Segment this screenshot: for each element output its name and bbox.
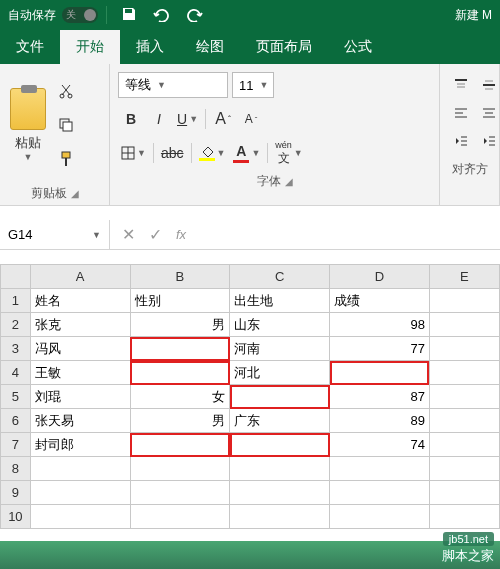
col-header[interactable]: A	[30, 265, 130, 289]
cell[interactable]	[130, 457, 230, 481]
cell[interactable]	[130, 505, 230, 529]
row-header[interactable]: 1	[1, 289, 31, 313]
paste-button[interactable]: 粘贴 ▼	[6, 68, 50, 182]
cell[interactable]: 姓名	[30, 289, 130, 313]
cell[interactable]: 74	[330, 433, 430, 457]
fill-color-button[interactable]: ▼	[196, 140, 229, 166]
copy-icon[interactable]	[56, 115, 76, 135]
cell[interactable]	[330, 481, 430, 505]
cell[interactable]: 77	[330, 337, 430, 361]
cancel-icon[interactable]: ✕	[122, 225, 135, 244]
confirm-icon[interactable]: ✓	[149, 225, 162, 244]
tab-layout[interactable]: 页面布局	[240, 30, 328, 64]
cell[interactable]	[429, 433, 499, 457]
cell[interactable]	[330, 505, 430, 529]
cell[interactable]: 性别	[130, 289, 230, 313]
cell[interactable]: 冯风	[30, 337, 130, 361]
formula-input[interactable]	[198, 220, 500, 249]
cell[interactable]: 98	[330, 313, 430, 337]
cell[interactable]	[30, 457, 130, 481]
cell[interactable]: 山东	[230, 313, 330, 337]
cell[interactable]	[130, 481, 230, 505]
italic-button[interactable]: I	[146, 106, 172, 132]
align-center-button[interactable]	[476, 100, 500, 126]
font-size-select[interactable]: 11▼	[232, 72, 274, 98]
align-top-button[interactable]	[448, 72, 474, 98]
cell[interactable]	[230, 505, 330, 529]
cell[interactable]	[429, 385, 499, 409]
bold-button[interactable]: B	[118, 106, 144, 132]
cell[interactable]: 成绩	[330, 289, 430, 313]
align-middle-button[interactable]	[476, 72, 500, 98]
row-header[interactable]: 6	[1, 409, 31, 433]
toggle-switch[interactable]: 关	[62, 7, 98, 23]
tab-file[interactable]: 文件	[0, 30, 60, 64]
cell[interactable]	[230, 433, 330, 457]
autosave-toggle[interactable]: 自动保存 关	[0, 7, 106, 24]
cell[interactable]: 河南	[230, 337, 330, 361]
row-header[interactable]: 7	[1, 433, 31, 457]
cell[interactable]	[429, 457, 499, 481]
row-header[interactable]: 4	[1, 361, 31, 385]
cell[interactable]: 出生地	[230, 289, 330, 313]
strikethrough-button[interactable]: abc	[158, 140, 187, 166]
undo-icon[interactable]	[153, 6, 171, 25]
col-header[interactable]: C	[230, 265, 330, 289]
format-painter-icon[interactable]	[56, 149, 76, 169]
col-header[interactable]: D	[330, 265, 430, 289]
row-header[interactable]: 2	[1, 313, 31, 337]
cell[interactable]: 女	[130, 385, 230, 409]
cell[interactable]	[429, 409, 499, 433]
cell[interactable]: 封司郎	[30, 433, 130, 457]
cell[interactable]	[330, 361, 430, 385]
border-button[interactable]: ▼	[118, 140, 149, 166]
grow-font-button[interactable]: Aˆ	[210, 106, 236, 132]
row-header[interactable]: 8	[1, 457, 31, 481]
dialog-launcher-icon[interactable]: ◢	[285, 176, 293, 187]
cell[interactable]	[230, 385, 330, 409]
cell[interactable]: 男	[130, 409, 230, 433]
cell[interactable]: 王敏	[30, 361, 130, 385]
row-header[interactable]: 3	[1, 337, 31, 361]
decrease-indent-button[interactable]	[448, 128, 474, 154]
cell[interactable]	[429, 289, 499, 313]
tab-draw[interactable]: 绘图	[180, 30, 240, 64]
cell[interactable]: 张克	[30, 313, 130, 337]
cell[interactable]	[429, 481, 499, 505]
row-header[interactable]: 10	[1, 505, 31, 529]
cut-icon[interactable]	[56, 81, 76, 101]
save-icon[interactable]	[121, 6, 137, 25]
increase-indent-button[interactable]	[476, 128, 500, 154]
cell[interactable]	[230, 457, 330, 481]
align-left-button[interactable]	[448, 100, 474, 126]
cell[interactable]: 89	[330, 409, 430, 433]
cell[interactable]	[429, 337, 499, 361]
redo-icon[interactable]	[187, 6, 203, 25]
cell[interactable]	[130, 337, 230, 361]
cell[interactable]: 男	[130, 313, 230, 337]
spreadsheet-grid[interactable]: A B C D E 1 姓名 性别 出生地 成绩 2 张克 男 山东 98 3 …	[0, 264, 500, 529]
cell[interactable]	[130, 361, 230, 385]
cell[interactable]	[30, 481, 130, 505]
phonetic-button[interactable]: wén文 ▼	[272, 140, 305, 166]
cell[interactable]	[429, 313, 499, 337]
cell[interactable]	[429, 361, 499, 385]
cell[interactable]	[230, 481, 330, 505]
font-color-button[interactable]: A ▼	[230, 140, 263, 166]
row-header[interactable]: 9	[1, 481, 31, 505]
tab-insert[interactable]: 插入	[120, 30, 180, 64]
select-all-corner[interactable]	[1, 265, 31, 289]
dialog-launcher-icon[interactable]: ◢	[71, 188, 79, 199]
cell[interactable]: 广东	[230, 409, 330, 433]
cell[interactable]: 87	[330, 385, 430, 409]
cell[interactable]: 张天易	[30, 409, 130, 433]
fx-icon[interactable]: fx	[176, 227, 186, 242]
row-header[interactable]: 5	[1, 385, 31, 409]
cell[interactable]	[30, 505, 130, 529]
cell[interactable]	[429, 505, 499, 529]
font-name-select[interactable]: 等线▼	[118, 72, 228, 98]
cell[interactable]	[330, 457, 430, 481]
name-box[interactable]: G14 ▼	[0, 220, 110, 249]
underline-button[interactable]: U▼	[174, 106, 201, 132]
cell[interactable]: 刘琨	[30, 385, 130, 409]
